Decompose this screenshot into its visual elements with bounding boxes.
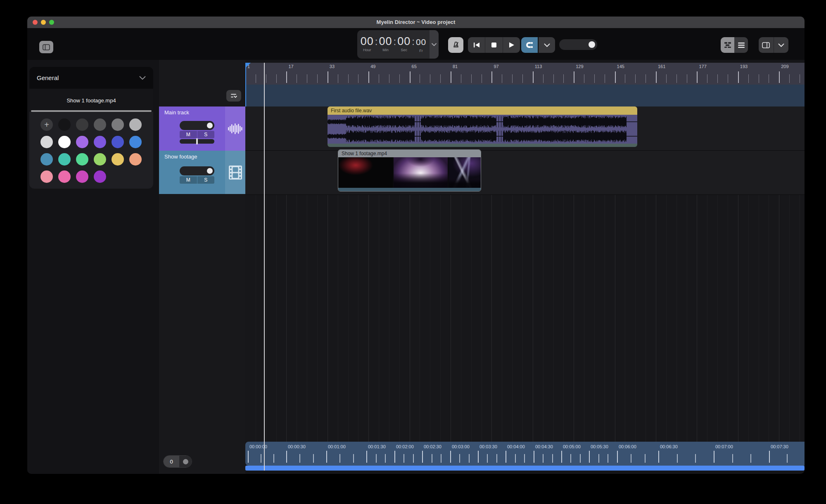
clip-name: Show 1 footage.mp4 — [342, 151, 387, 156]
stop-button[interactable] — [485, 37, 502, 53]
scrubber-time-label: 00:05:00 — [563, 444, 581, 449]
palette-color[interactable] — [129, 136, 142, 148]
solo-button[interactable]: S — [197, 176, 215, 184]
automation-toggle-button[interactable] — [226, 90, 241, 102]
add-color-button[interactable]: + — [40, 118, 53, 131]
track-volume-slider[interactable] — [180, 166, 214, 175]
scrubber-minor-tick — [441, 454, 441, 463]
play-button[interactable] — [503, 37, 520, 53]
close-window-button[interactable] — [33, 20, 38, 25]
scrubber-time-label: 00:05:30 — [591, 444, 608, 449]
mute-button[interactable]: M — [180, 176, 197, 184]
horizontal-scrollbar[interactable] — [245, 466, 805, 471]
metronome-button[interactable] — [448, 37, 463, 53]
scrubber-time-label: 00:06:30 — [660, 444, 678, 449]
timeline-ruler[interactable]: 1173349658197113129145161177193209 — [245, 63, 805, 85]
view-mode-segmented-control — [721, 37, 748, 53]
palette-color[interactable] — [40, 153, 53, 166]
track-volume-slider[interactable] — [180, 121, 214, 130]
ruler-number: 65 — [412, 64, 417, 69]
snap-options-dropdown[interactable] — [539, 37, 555, 53]
track-pan-slider[interactable] — [180, 139, 214, 144]
metronome-icon — [452, 41, 460, 49]
palette-color[interactable] — [40, 170, 53, 183]
ruler-minor-tick — [687, 74, 687, 83]
palette-color[interactable] — [94, 170, 106, 183]
ruler-minor-tick — [543, 74, 544, 83]
ruler-minor-tick — [800, 74, 800, 83]
timeline-range-band[interactable] — [245, 85, 805, 106]
ruler-minor-tick — [646, 74, 646, 83]
snap-magnet-button[interactable] — [521, 37, 538, 53]
scrubber-minor-tick — [469, 454, 470, 463]
palette-color[interactable] — [112, 153, 124, 166]
clip-first-audio-file[interactable]: First audio file.wav — [328, 106, 637, 147]
palette-color[interactable] — [94, 136, 106, 148]
edit-cursor-line[interactable] — [264, 63, 265, 471]
scrubber-minor-tick — [543, 454, 544, 463]
palette-color[interactable] — [58, 170, 71, 183]
playback-speed-slider[interactable] — [559, 39, 597, 50]
palette-color[interactable] — [58, 136, 71, 148]
ruler-number: 49 — [370, 64, 375, 69]
palette-color[interactable] — [76, 170, 88, 183]
clip-title-bar[interactable]: First audio file.wav — [328, 106, 637, 115]
minimize-window-button[interactable] — [41, 20, 46, 25]
palette-color[interactable] — [58, 118, 71, 131]
zoom-knob[interactable] — [179, 456, 192, 467]
palette-color[interactable] — [76, 153, 88, 166]
palette-color[interactable] — [76, 118, 88, 131]
timecode-mode-dropdown[interactable] — [430, 30, 439, 59]
ruler-number: 97 — [494, 64, 498, 69]
palette-color[interactable] — [94, 153, 106, 166]
ruler-minor-tick — [256, 74, 256, 83]
slider-knob[interactable] — [589, 41, 595, 48]
ruler-minor-tick — [276, 74, 277, 83]
clip-title-bar[interactable]: Show 1 footage.mp4 — [338, 150, 481, 157]
toggle-inspector-button[interactable] — [759, 37, 774, 53]
list-view-button[interactable] — [734, 37, 748, 53]
inspector-group-selector[interactable]: General — [29, 67, 153, 89]
timeline-zoom-control[interactable]: 0 — [163, 455, 192, 468]
timeline[interactable]: 1173349658197113129145161177193209 First… — [245, 60, 805, 474]
timecode-display[interactable]: 00Hour : 00Min : 00Sec : 00Fr — [357, 30, 439, 59]
palette-color[interactable] — [112, 136, 124, 148]
clip-show-1-footage[interactable]: Show 1 footage.mp4 — [338, 149, 481, 192]
palette-color[interactable] — [58, 153, 71, 166]
palette-color[interactable] — [94, 118, 106, 131]
palette-color[interactable] — [112, 118, 124, 131]
scrubber-minor-tick — [432, 454, 432, 463]
track-header-show-footage[interactable]: Show footage M S — [159, 151, 245, 194]
chevron-down-icon — [139, 76, 146, 80]
mute-button[interactable]: M — [180, 131, 197, 138]
palette-color[interactable] — [129, 153, 142, 166]
scrubber-time-label: 00:07:00 — [715, 444, 733, 449]
palette-color[interactable] — [76, 136, 88, 148]
transport-controls — [468, 37, 520, 53]
ruler-major-tick — [697, 71, 698, 83]
ruler-number: 145 — [617, 64, 624, 69]
track-lane-show-footage[interactable] — [245, 151, 805, 195]
ruler-major-tick — [533, 71, 534, 83]
solo-button[interactable]: S — [197, 131, 215, 138]
timecode-fr-label: Fr — [419, 49, 423, 53]
scrubber-minor-tick — [313, 454, 314, 463]
scrubber-major-tick — [248, 451, 249, 463]
zoom-window-button[interactable] — [49, 20, 54, 25]
ruler-minor-tick — [338, 74, 338, 83]
scrubber-time-label: 00:03:30 — [479, 444, 497, 449]
timeline-navigator-scrubber[interactable]: 00:00:0000:00:3000:01:0000:01:3000:02:00… — [245, 442, 805, 466]
timeline-view-button[interactable] — [721, 37, 734, 53]
timeline-tracks-area[interactable]: First audio file.wav Show 1 footage.mp4 — [245, 106, 805, 442]
sidebar: General Show 1 footage.mp4 + — [27, 60, 159, 474]
main-area: General Show 1 footage.mp4 + Main track — [27, 60, 805, 474]
palette-color[interactable] — [129, 118, 142, 131]
sidebar-toggle-icon — [43, 44, 50, 50]
palette-color[interactable] — [40, 136, 53, 148]
track-header-main-track[interactable]: Main track M S — [159, 106, 245, 151]
playhead-marker[interactable] — [245, 63, 251, 68]
ruler-minor-tick — [461, 74, 461, 83]
sidebar-toggle-button[interactable] — [39, 41, 53, 53]
skip-to-start-button[interactable] — [468, 37, 485, 53]
inspector-options-dropdown[interactable] — [774, 37, 789, 53]
